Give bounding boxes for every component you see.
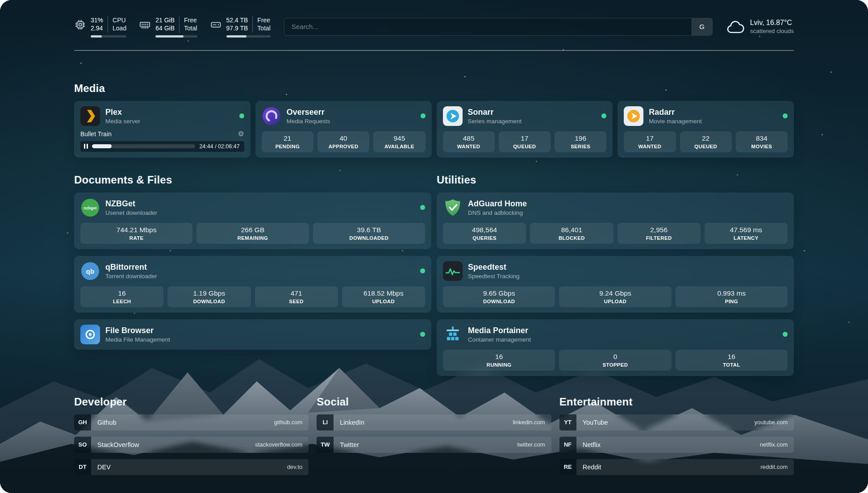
developer-column: Developer GH Github github.com SO StackO…	[74, 396, 309, 475]
netflix-icon: NF	[559, 437, 576, 453]
stats: 9.65 Gbps DOWNLOAD 9.24 Gbps UPLOAD 0.99…	[443, 286, 788, 307]
bookmark-name: Twitter	[340, 441, 359, 448]
bookmark-dev[interactable]: DT DEV dev.to	[74, 459, 309, 475]
sonarr-card[interactable]: Sonarr Series management 485 WANTED 17 Q…	[437, 101, 613, 158]
nzbget-card[interactable]: nzbget NZBGet Usenet downloader 744.21 M…	[74, 192, 431, 249]
overseerr-icon	[262, 106, 281, 126]
bookmark-name: LinkedIn	[340, 419, 364, 426]
cpu-usage-bar-fill	[91, 35, 102, 38]
stat-available: 945 AVAILABLE	[373, 131, 425, 152]
pause-icon[interactable]	[84, 144, 88, 149]
plex-icon	[80, 106, 100, 126]
app-name: qBittorrent	[105, 263, 415, 272]
disk-usage-bar-fill	[226, 35, 247, 38]
gear-icon[interactable]: ⚙	[238, 130, 244, 138]
app-name: Radarr	[649, 108, 777, 117]
cpu-load-label: Load	[113, 24, 126, 32]
speedtest-card[interactable]: Speedtest Speedtest Tracking 9.65 Gbps D…	[437, 256, 794, 313]
cpu-usage-bar	[91, 35, 126, 38]
disk-free-value: 52.4 TB	[226, 16, 248, 24]
weather-location-temp: Lviv, 16.87°C	[750, 19, 794, 27]
stat-movies: 834 MOVIES	[736, 131, 788, 152]
status-dot-online	[420, 268, 425, 273]
cpu-usage-value: 31%	[91, 16, 103, 24]
playback-progress-fill	[92, 144, 112, 148]
stat-blocked: 86,401 BLOCKED	[530, 223, 613, 244]
youtube-icon: YT	[559, 414, 576, 430]
app-subtitle: Torrent downloader	[105, 273, 415, 280]
bookmark-linkedin[interactable]: LI LinkedIn linkedin.com	[317, 414, 551, 430]
bookmark-youtube[interactable]: YT YouTube youtube.com	[559, 414, 794, 430]
app-name: File Browser	[105, 326, 415, 335]
disk-widget: 52.4 TB 97.9 TB Free Total	[210, 16, 271, 38]
stat-remaining: 266 GB REMAINING	[196, 223, 309, 244]
bookmark-name: StackOverflow	[97, 441, 139, 448]
nzbget-icon: nzbget	[80, 198, 100, 217]
utilities-column: Utilities	[437, 174, 794, 376]
adguard-card[interactable]: AdGuard Home DNS and adblocking 498,564 …	[437, 192, 794, 249]
cpu-widget: 31% 2.94 CPU Load	[74, 16, 126, 38]
system-widgets: 31% 2.94 CPU Load	[74, 16, 271, 38]
search-engine-button[interactable]: G	[692, 18, 712, 35]
stat-stopped: 0 STOPPED	[559, 350, 671, 371]
bookmark-url: netflix.com	[760, 441, 788, 448]
section-title-entertainment: Entertainment	[559, 396, 794, 408]
overseerr-card[interactable]: Overseerr Media Requests 21 PENDING 40 A…	[255, 101, 432, 158]
bookmark-url: youtube.com	[755, 419, 788, 426]
filebrowser-icon	[80, 325, 100, 344]
status-dot-online	[420, 205, 425, 210]
app-name: AdGuard Home	[468, 199, 788, 209]
bookmark-reddit[interactable]: RE Reddit reddit.com	[559, 459, 794, 475]
bookmark-url: reddit.com	[760, 464, 788, 470]
section-title-documents: Documents & Files	[74, 174, 431, 186]
bookmark-body: Twitter twitter.com	[334, 437, 551, 453]
playback-time: 24:44 / 02:06:47	[199, 143, 239, 150]
radarr-card[interactable]: Radarr Movie management 17 WANTED 22 QUE…	[618, 101, 794, 158]
app-subtitle: Usenet downloader	[105, 209, 415, 216]
portainer-card[interactable]: Media Portainer Container management 16 …	[437, 319, 794, 376]
qbittorrent-card[interactable]: qb qBittorrent Torrent downloader 16	[74, 256, 431, 313]
speedtest-icon	[443, 261, 463, 281]
bookmark-url: twitter.com	[517, 441, 545, 448]
radarr-icon	[624, 106, 643, 126]
stat-pending: 21 PENDING	[262, 131, 313, 152]
filebrowser-card[interactable]: File Browser Media File Management	[74, 319, 431, 350]
bookmark-body: LinkedIn linkedin.com	[334, 414, 551, 430]
reddit-icon: RE	[559, 459, 576, 475]
app-subtitle: Media Requests	[287, 118, 415, 125]
adguard-icon	[443, 198, 463, 217]
bookmark-github[interactable]: GH Github github.com	[74, 414, 309, 430]
search-input[interactable]	[284, 18, 692, 35]
stat-filtered: 2,956 FILTERED	[618, 223, 701, 244]
bookmark-netflix[interactable]: NF Netflix netflix.com	[559, 437, 794, 453]
bookmark-name: Github	[97, 419, 117, 426]
svg-text:qb: qb	[86, 267, 94, 275]
stats: 744.21 Mbps RATE 266 GB REMAINING 39.6 T…	[80, 223, 425, 244]
app-name: Plex	[105, 108, 234, 117]
disk-icon	[210, 19, 222, 31]
bookmark-twitter[interactable]: TW Twitter twitter.com	[317, 437, 551, 453]
stat-downloaded: 39.6 TB DOWNLOADED	[313, 223, 425, 244]
documents-column: Documents & Files nzbget NZBGet Usenet d…	[74, 174, 431, 376]
stats: 17 WANTED 22 QUEUED 834 MOVIES	[624, 131, 788, 152]
status-dot-online	[420, 332, 425, 337]
stat-running: 16 RUNNING	[443, 350, 555, 371]
status-dot-online	[239, 113, 244, 118]
weather-widget: Lviv, 16.87°C scattered clouds	[726, 19, 794, 34]
stats: 485 WANTED 17 QUEUED 196 SERIES	[443, 131, 607, 152]
app-subtitle: DNS and adblocking	[468, 209, 788, 216]
cpu-label: CPU	[113, 16, 126, 24]
plex-card[interactable]: Plex Media server Bullet Train ⚙ 24:44 /…	[74, 101, 250, 158]
github-icon: GH	[74, 414, 91, 430]
qbittorrent-icon: qb	[80, 261, 100, 281]
stat-seed: 471 SEED	[255, 286, 338, 307]
app-subtitle: Movie management	[649, 118, 777, 125]
bookmark-body: YouTube youtube.com	[576, 414, 794, 430]
app-name: Sonarr	[468, 108, 597, 117]
linkedin-icon: LI	[317, 414, 334, 430]
stat-ping: 0.993 ms PING	[676, 286, 788, 307]
ram-usage-bar-fill	[155, 35, 184, 38]
bookmark-body: Netflix netflix.com	[576, 437, 794, 453]
disk-total-value: 97.9 TB	[226, 24, 248, 32]
bookmark-stackoverflow[interactable]: SO StackOverflow stackoverflow.com	[74, 437, 309, 453]
